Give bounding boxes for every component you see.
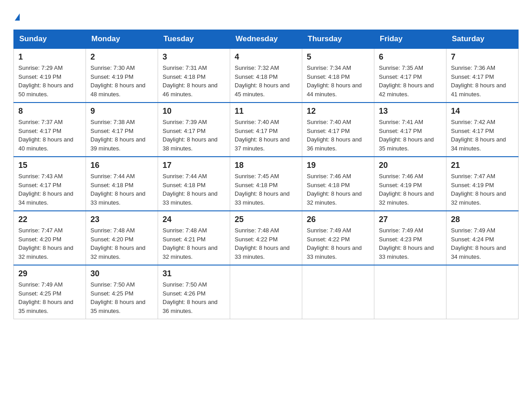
day-info: Sunrise: 7:49 AMSunset: 4:24 PMDaylight:…: [451, 227, 506, 260]
weekday-header-saturday: Saturday: [446, 30, 519, 49]
day-number: 18: [235, 161, 297, 170]
day-info: Sunrise: 7:47 AMSunset: 4:20 PMDaylight:…: [18, 227, 73, 260]
calendar-cell: [374, 265, 446, 319]
day-info: Sunrise: 7:37 AMSunset: 4:17 PMDaylight:…: [18, 119, 73, 152]
day-number: 20: [379, 161, 442, 170]
day-info: Sunrise: 7:39 AMSunset: 4:17 PMDaylight:…: [163, 119, 218, 152]
calendar-cell: 2 Sunrise: 7:30 AMSunset: 4:19 PMDayligh…: [86, 48, 158, 103]
day-info: Sunrise: 7:47 AMSunset: 4:19 PMDaylight:…: [451, 173, 506, 206]
weekday-header-wednesday: Wednesday: [230, 30, 302, 49]
calendar-cell: 6 Sunrise: 7:35 AMSunset: 4:17 PMDayligh…: [374, 48, 446, 103]
calendar-week-row: 15 Sunrise: 7:43 AMSunset: 4:17 PMDaylig…: [14, 157, 519, 211]
weekday-header-row: SundayMondayTuesdayWednesdayThursdayFrid…: [14, 30, 519, 49]
day-number: 14: [451, 107, 514, 116]
day-number: 25: [235, 215, 297, 224]
day-number: 29: [18, 269, 81, 278]
day-info: Sunrise: 7:35 AMSunset: 4:17 PMDaylight:…: [379, 64, 434, 98]
calendar-cell: 5 Sunrise: 7:34 AMSunset: 4:18 PMDayligh…: [302, 48, 374, 103]
day-info: Sunrise: 7:30 AMSunset: 4:19 PMDaylight:…: [90, 64, 146, 98]
day-info: Sunrise: 7:38 AMSunset: 4:17 PMDaylight:…: [90, 119, 146, 152]
day-info: Sunrise: 7:40 AMSunset: 4:17 PMDaylight:…: [307, 119, 362, 152]
weekday-header-thursday: Thursday: [302, 30, 374, 49]
calendar-cell: [230, 265, 302, 319]
weekday-header-friday: Friday: [374, 30, 446, 49]
calendar-cell: 13 Sunrise: 7:41 AMSunset: 4:17 PMDaylig…: [374, 103, 446, 157]
day-number: 28: [451, 215, 514, 224]
day-info: Sunrise: 7:32 AMSunset: 4:18 PMDaylight:…: [235, 64, 290, 98]
calendar-cell: 17 Sunrise: 7:44 AMSunset: 4:18 PMDaylig…: [158, 157, 230, 211]
day-info: Sunrise: 7:46 AMSunset: 4:19 PMDaylight:…: [379, 173, 434, 206]
day-number: 30: [90, 269, 153, 278]
day-number: 12: [307, 107, 369, 116]
day-info: Sunrise: 7:46 AMSunset: 4:18 PMDaylight:…: [307, 173, 362, 206]
calendar-cell: [446, 265, 519, 319]
calendar-week-row: 8 Sunrise: 7:37 AMSunset: 4:17 PMDayligh…: [14, 103, 519, 157]
day-info: Sunrise: 7:50 AMSunset: 4:25 PMDaylight:…: [90, 281, 146, 314]
day-number: 5: [307, 52, 369, 62]
day-info: Sunrise: 7:48 AMSunset: 4:20 PMDaylight:…: [90, 227, 146, 260]
calendar-cell: 19 Sunrise: 7:46 AMSunset: 4:18 PMDaylig…: [302, 157, 374, 211]
day-info: Sunrise: 7:44 AMSunset: 4:18 PMDaylight:…: [163, 173, 218, 206]
day-number: 2: [90, 52, 153, 62]
calendar-cell: 18 Sunrise: 7:45 AMSunset: 4:18 PMDaylig…: [230, 157, 302, 211]
calendar-cell: 15 Sunrise: 7:43 AMSunset: 4:17 PMDaylig…: [14, 157, 86, 211]
calendar-cell: 1 Sunrise: 7:29 AMSunset: 4:19 PMDayligh…: [14, 48, 86, 103]
day-info: Sunrise: 7:49 AMSunset: 4:22 PMDaylight:…: [307, 227, 362, 260]
calendar-cell: 31 Sunrise: 7:50 AMSunset: 4:26 PMDaylig…: [158, 265, 230, 319]
calendar-cell: 7 Sunrise: 7:36 AMSunset: 4:17 PMDayligh…: [446, 48, 519, 103]
day-number: 1: [18, 52, 81, 62]
calendar-cell: 23 Sunrise: 7:48 AMSunset: 4:20 PMDaylig…: [86, 211, 158, 265]
calendar-cell: 28 Sunrise: 7:49 AMSunset: 4:24 PMDaylig…: [446, 211, 519, 265]
day-info: Sunrise: 7:31 AMSunset: 4:18 PMDaylight:…: [163, 64, 218, 98]
day-info: Sunrise: 7:48 AMSunset: 4:22 PMDaylight:…: [235, 227, 290, 260]
day-info: Sunrise: 7:49 AMSunset: 4:25 PMDaylight:…: [18, 281, 73, 314]
calendar-cell: 14 Sunrise: 7:42 AMSunset: 4:17 PMDaylig…: [446, 103, 519, 157]
day-number: 17: [163, 161, 225, 170]
day-info: Sunrise: 7:29 AMSunset: 4:19 PMDaylight:…: [18, 64, 73, 98]
day-number: 13: [379, 107, 442, 116]
day-number: 16: [90, 161, 153, 170]
day-number: 19: [307, 161, 369, 170]
day-number: 6: [379, 52, 442, 62]
day-info: Sunrise: 7:36 AMSunset: 4:17 PMDaylight:…: [451, 64, 506, 98]
day-number: 31: [163, 269, 225, 278]
calendar-week-row: 22 Sunrise: 7:47 AMSunset: 4:20 PMDaylig…: [14, 211, 519, 265]
day-info: Sunrise: 7:50 AMSunset: 4:26 PMDaylight:…: [163, 281, 218, 314]
calendar-week-row: 1 Sunrise: 7:29 AMSunset: 4:19 PMDayligh…: [14, 48, 519, 103]
day-number: 10: [163, 107, 225, 116]
page-header: [13, 9, 519, 21]
day-number: 4: [235, 52, 297, 62]
calendar-cell: 22 Sunrise: 7:47 AMSunset: 4:20 PMDaylig…: [14, 211, 86, 265]
weekday-header-sunday: Sunday: [14, 30, 86, 49]
calendar-cell: 27 Sunrise: 7:49 AMSunset: 4:23 PMDaylig…: [374, 211, 446, 265]
calendar-cell: 20 Sunrise: 7:46 AMSunset: 4:19 PMDaylig…: [374, 157, 446, 211]
day-number: 9: [90, 107, 153, 116]
weekday-header-tuesday: Tuesday: [158, 30, 230, 49]
day-number: 8: [18, 107, 81, 116]
day-number: 22: [18, 215, 81, 224]
weekday-header-monday: Monday: [86, 30, 158, 49]
day-info: Sunrise: 7:42 AMSunset: 4:17 PMDaylight:…: [451, 119, 506, 152]
day-info: Sunrise: 7:40 AMSunset: 4:17 PMDaylight:…: [235, 119, 290, 152]
day-number: 15: [18, 161, 81, 170]
calendar-cell: 11 Sunrise: 7:40 AMSunset: 4:17 PMDaylig…: [230, 103, 302, 157]
day-info: Sunrise: 7:49 AMSunset: 4:23 PMDaylight:…: [379, 227, 434, 260]
day-number: 27: [379, 215, 442, 224]
day-number: 26: [307, 215, 369, 224]
day-number: 11: [235, 107, 297, 116]
calendar-cell: 10 Sunrise: 7:39 AMSunset: 4:17 PMDaylig…: [158, 103, 230, 157]
calendar-cell: 4 Sunrise: 7:32 AMSunset: 4:18 PMDayligh…: [230, 48, 302, 103]
calendar-cell: 8 Sunrise: 7:37 AMSunset: 4:17 PMDayligh…: [14, 103, 86, 157]
calendar-cell: 24 Sunrise: 7:48 AMSunset: 4:21 PMDaylig…: [158, 211, 230, 265]
day-info: Sunrise: 7:45 AMSunset: 4:18 PMDaylight:…: [235, 173, 290, 206]
calendar-table: SundayMondayTuesdayWednesdayThursdayFrid…: [13, 30, 519, 319]
calendar-cell: 9 Sunrise: 7:38 AMSunset: 4:17 PMDayligh…: [86, 103, 158, 157]
calendar-cell: 16 Sunrise: 7:44 AMSunset: 4:18 PMDaylig…: [86, 157, 158, 211]
calendar-cell: 21 Sunrise: 7:47 AMSunset: 4:19 PMDaylig…: [446, 157, 519, 211]
logo-triangle-icon: [15, 13, 20, 21]
day-number: 3: [163, 52, 225, 62]
day-info: Sunrise: 7:43 AMSunset: 4:17 PMDaylight:…: [18, 173, 73, 206]
calendar-cell: 26 Sunrise: 7:49 AMSunset: 4:22 PMDaylig…: [302, 211, 374, 265]
calendar-cell: [302, 265, 374, 319]
calendar-week-row: 29 Sunrise: 7:49 AMSunset: 4:25 PMDaylig…: [14, 265, 519, 319]
